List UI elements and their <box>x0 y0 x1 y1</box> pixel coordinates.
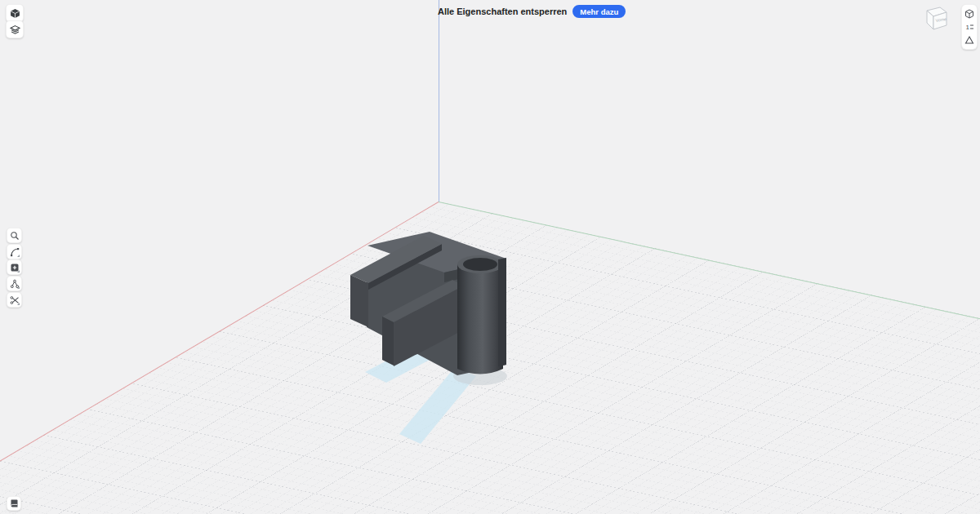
hierarchy-tool-button[interactable] <box>7 276 22 291</box>
solid-cube-icon <box>10 8 20 19</box>
add-body-button[interactable] <box>7 259 22 275</box>
orbit-cube-icon <box>964 9 974 19</box>
right-toolbar: 1 <box>961 4 978 50</box>
submenu-caret-icon <box>17 270 20 273</box>
submenu-caret-icon <box>17 286 20 289</box>
steps-list-icon: 1 <box>964 22 974 32</box>
layers-icon <box>10 24 20 35</box>
split-tool-button[interactable] <box>7 292 22 308</box>
svg-text:1: 1 <box>966 24 970 31</box>
manual-book-icon <box>9 498 19 508</box>
model-viewport[interactable] <box>0 0 980 514</box>
model-body[interactable] <box>350 232 506 375</box>
measure-tool-button[interactable] <box>964 34 975 46</box>
more-info-button[interactable]: Mehr dazu <box>572 5 626 18</box>
orbit-tool-button[interactable] <box>964 8 975 20</box>
cad-viewport-window: { "topbar": { "notice": "Alle Eigenschaf… <box>0 0 980 514</box>
history-steps-button[interactable]: 1 <box>964 21 975 33</box>
submenu-caret-icon <box>17 303 20 305</box>
layers-button[interactable] <box>6 20 24 38</box>
app-menu-button[interactable] <box>6 4 24 22</box>
submenu-caret-icon <box>17 255 20 257</box>
notice-text: Alle Eigenschaften entsperren <box>438 7 567 16</box>
measure-triangle-icon <box>964 35 974 45</box>
manual-button[interactable] <box>7 496 21 511</box>
property-notice-bar: Alle Eigenschaften entsperren Mehr dazu <box>438 5 626 18</box>
zoom-icon <box>10 231 20 241</box>
sketch-arc-button[interactable] <box>7 244 22 259</box>
view-orientation-cube[interactable]: Vorne <box>913 2 952 38</box>
zoom-tool-button[interactable] <box>7 228 22 243</box>
